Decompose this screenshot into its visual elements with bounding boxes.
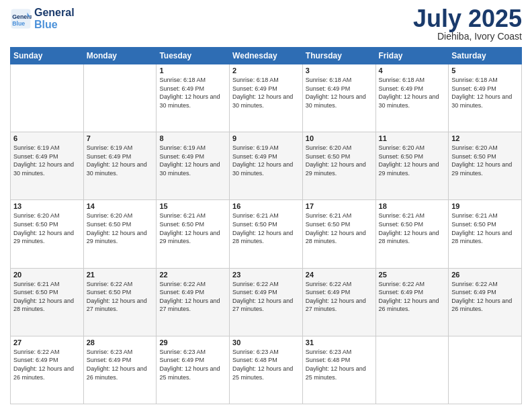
day-info: Sunrise: 6:19 AM Sunset: 6:49 PM Dayligh…: [87, 144, 154, 177]
calendar-cell: 19Sunrise: 6:21 AM Sunset: 6:50 PM Dayli…: [449, 200, 522, 268]
day-info: Sunrise: 6:18 AM Sunset: 6:49 PM Dayligh…: [379, 76, 446, 109]
calendar-cell: 7Sunrise: 6:19 AM Sunset: 6:49 PM Daylig…: [83, 132, 157, 200]
day-number: 25: [379, 271, 446, 279]
day-number: 9: [232, 134, 300, 142]
day-number: 26: [451, 271, 519, 279]
day-number: 18: [379, 202, 446, 210]
svg-text:Blue: Blue: [12, 19, 25, 26]
day-number: 28: [87, 338, 154, 347]
day-number: 10: [306, 134, 373, 142]
day-info: Sunrise: 6:18 AM Sunset: 6:49 PM Dayligh…: [306, 76, 373, 109]
day-info: Sunrise: 6:21 AM Sunset: 6:50 PM Dayligh…: [13, 280, 81, 314]
day-info: Sunrise: 6:21 AM Sunset: 6:50 PM Dayligh…: [451, 212, 519, 245]
calendar-cell: 15Sunrise: 6:21 AM Sunset: 6:50 PM Dayli…: [157, 200, 230, 268]
day-number: 2: [232, 66, 300, 75]
day-number: 13: [13, 202, 81, 210]
day-number: 1: [159, 66, 226, 75]
calendar-cell: 10Sunrise: 6:20 AM Sunset: 6:50 PM Dayli…: [302, 132, 375, 200]
calendar-cell: 24Sunrise: 6:22 AM Sunset: 6:49 PM Dayli…: [302, 268, 375, 336]
day-number: 16: [232, 202, 300, 210]
calendar-cell: [375, 336, 449, 404]
day-number: 29: [159, 338, 226, 347]
day-number: 23: [232, 271, 300, 279]
calendar-cell: 13Sunrise: 6:20 AM Sunset: 6:50 PM Dayli…: [11, 200, 84, 268]
calendar-cell: 23Sunrise: 6:22 AM Sunset: 6:49 PM Dayli…: [230, 268, 303, 336]
calendar-cell: 20Sunrise: 6:21 AM Sunset: 6:50 PM Dayli…: [11, 268, 84, 336]
week-row-4: 20Sunrise: 6:21 AM Sunset: 6:50 PM Dayli…: [11, 268, 522, 336]
day-number: 12: [451, 134, 519, 142]
day-info: Sunrise: 6:21 AM Sunset: 6:50 PM Dayligh…: [306, 212, 373, 245]
calendar-cell: 25Sunrise: 6:22 AM Sunset: 6:49 PM Dayli…: [375, 268, 449, 336]
location-subtitle: Diehiba, Ivory Coast: [413, 31, 522, 42]
day-info: Sunrise: 6:20 AM Sunset: 6:50 PM Dayligh…: [379, 144, 446, 177]
day-info: Sunrise: 6:20 AM Sunset: 6:50 PM Dayligh…: [87, 212, 154, 245]
day-info: Sunrise: 6:22 AM Sunset: 6:49 PM Dayligh…: [13, 348, 81, 381]
day-number: 11: [379, 134, 446, 142]
calendar-cell: 17Sunrise: 6:21 AM Sunset: 6:50 PM Dayli…: [302, 200, 375, 268]
calendar-cell: [449, 336, 522, 404]
calendar-cell: 28Sunrise: 6:23 AM Sunset: 6:49 PM Dayli…: [83, 336, 157, 404]
day-info: Sunrise: 6:23 AM Sunset: 6:48 PM Dayligh…: [232, 348, 300, 381]
calendar-cell: 21Sunrise: 6:22 AM Sunset: 6:50 PM Dayli…: [83, 268, 157, 336]
calendar-table: SundayMondayTuesdayWednesdayThursdayFrid…: [10, 47, 522, 404]
day-info: Sunrise: 6:22 AM Sunset: 6:49 PM Dayligh…: [306, 280, 373, 314]
day-info: Sunrise: 6:23 AM Sunset: 6:49 PM Dayligh…: [159, 348, 226, 381]
day-info: Sunrise: 6:23 AM Sunset: 6:49 PM Dayligh…: [87, 348, 154, 381]
calendar-cell: 16Sunrise: 6:21 AM Sunset: 6:50 PM Dayli…: [230, 200, 303, 268]
col-header-tuesday: Tuesday: [157, 48, 230, 64]
title-section: July 2025 Diehiba, Ivory Coast: [413, 7, 522, 42]
week-row-3: 13Sunrise: 6:20 AM Sunset: 6:50 PM Dayli…: [11, 200, 522, 268]
day-info: Sunrise: 6:20 AM Sunset: 6:50 PM Dayligh…: [451, 144, 519, 177]
col-header-monday: Monday: [83, 48, 157, 64]
day-info: Sunrise: 6:22 AM Sunset: 6:49 PM Dayligh…: [159, 280, 226, 314]
day-info: Sunrise: 6:19 AM Sunset: 6:49 PM Dayligh…: [232, 144, 300, 177]
day-number: 5: [451, 66, 519, 75]
day-number: 8: [159, 134, 226, 142]
day-info: Sunrise: 6:20 AM Sunset: 6:50 PM Dayligh…: [13, 212, 81, 245]
calendar-cell: 18Sunrise: 6:21 AM Sunset: 6:50 PM Dayli…: [375, 200, 449, 268]
header-row: SundayMondayTuesdayWednesdayThursdayFrid…: [11, 48, 522, 64]
day-number: 6: [13, 134, 81, 142]
day-number: 24: [306, 271, 373, 279]
day-number: 3: [306, 66, 373, 75]
calendar-cell: 2Sunrise: 6:18 AM Sunset: 6:49 PM Daylig…: [230, 64, 303, 132]
day-number: 21: [87, 271, 154, 279]
logo-general: General: [34, 7, 75, 19]
day-info: Sunrise: 6:22 AM Sunset: 6:49 PM Dayligh…: [451, 280, 519, 314]
week-row-5: 27Sunrise: 6:22 AM Sunset: 6:49 PM Dayli…: [11, 336, 522, 404]
col-header-saturday: Saturday: [449, 48, 522, 64]
day-number: 30: [232, 338, 300, 347]
day-info: Sunrise: 6:23 AM Sunset: 6:48 PM Dayligh…: [306, 348, 373, 381]
day-number: 14: [87, 202, 154, 210]
day-info: Sunrise: 6:18 AM Sunset: 6:49 PM Dayligh…: [159, 76, 226, 109]
calendar-cell: 9Sunrise: 6:19 AM Sunset: 6:49 PM Daylig…: [230, 132, 303, 200]
day-info: Sunrise: 6:22 AM Sunset: 6:49 PM Dayligh…: [232, 280, 300, 314]
day-number: 27: [13, 338, 81, 347]
calendar-cell: 22Sunrise: 6:22 AM Sunset: 6:49 PM Dayli…: [157, 268, 230, 336]
week-row-2: 6Sunrise: 6:19 AM Sunset: 6:49 PM Daylig…: [11, 132, 522, 200]
day-info: Sunrise: 6:22 AM Sunset: 6:49 PM Dayligh…: [379, 280, 446, 314]
day-info: Sunrise: 6:19 AM Sunset: 6:49 PM Dayligh…: [13, 144, 81, 177]
calendar-cell: 5Sunrise: 6:18 AM Sunset: 6:49 PM Daylig…: [449, 64, 522, 132]
day-info: Sunrise: 6:18 AM Sunset: 6:49 PM Dayligh…: [451, 76, 519, 109]
day-number: 22: [159, 271, 226, 279]
day-info: Sunrise: 6:21 AM Sunset: 6:50 PM Dayligh…: [159, 212, 226, 245]
month-title: July 2025: [413, 7, 522, 31]
calendar-cell: 30Sunrise: 6:23 AM Sunset: 6:48 PM Dayli…: [230, 336, 303, 404]
day-number: 20: [13, 271, 81, 279]
day-info: Sunrise: 6:19 AM Sunset: 6:49 PM Dayligh…: [159, 144, 226, 177]
logo: General Blue General Blue: [10, 7, 75, 30]
logo-icon: General Blue: [10, 8, 32, 30]
day-info: Sunrise: 6:20 AM Sunset: 6:50 PM Dayligh…: [306, 144, 373, 177]
calendar-cell: 6Sunrise: 6:19 AM Sunset: 6:49 PM Daylig…: [11, 132, 84, 200]
calendar-cell: [83, 64, 157, 132]
day-number: 31: [306, 338, 373, 347]
day-info: Sunrise: 6:18 AM Sunset: 6:49 PM Dayligh…: [232, 76, 300, 109]
day-number: 17: [306, 202, 373, 210]
day-info: Sunrise: 6:22 AM Sunset: 6:50 PM Dayligh…: [87, 280, 154, 314]
week-row-1: 1Sunrise: 6:18 AM Sunset: 6:49 PM Daylig…: [11, 64, 522, 132]
col-header-friday: Friday: [375, 48, 449, 64]
logo-wordmark: General Blue: [34, 7, 75, 30]
calendar-cell: 29Sunrise: 6:23 AM Sunset: 6:49 PM Dayli…: [157, 336, 230, 404]
svg-text:General: General: [12, 13, 32, 20]
